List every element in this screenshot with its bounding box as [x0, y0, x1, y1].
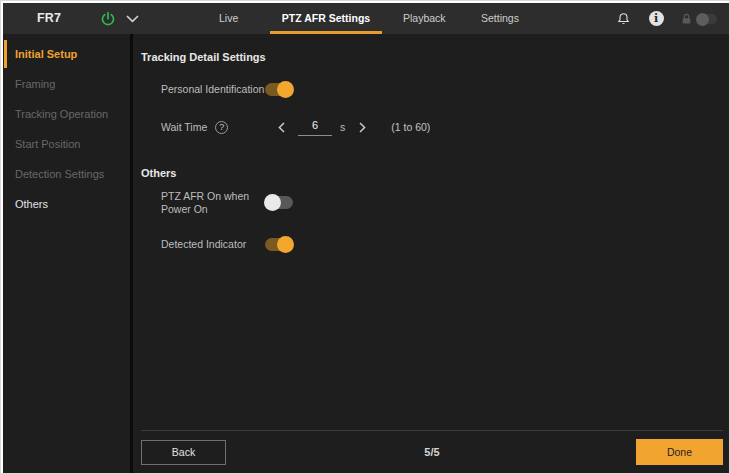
lock-icon — [680, 12, 693, 26]
control-lock-button[interactable] — [677, 3, 695, 34]
tab-playback[interactable]: Playback — [403, 3, 446, 34]
setting-row-personal-identification: Personal Identification — [161, 80, 729, 98]
tab-live[interactable]: Live — [219, 3, 238, 34]
ptz-afr-power-label: PTZ AFR On when Power On — [161, 190, 265, 216]
toggle-knob — [264, 194, 281, 211]
personal-identification-label: Personal Identification — [161, 83, 265, 96]
section-title-tracking-detail-settings: Tracking Detail Settings — [141, 50, 729, 65]
settings-sidebar: Initial Setup Framing Tracking Operation… — [3, 34, 133, 473]
chevron-down-icon — [126, 15, 139, 23]
wait-time-range-hint: (1 to 60) — [391, 121, 430, 133]
sidebar-item-detection-settings[interactable]: Detection Settings — [3, 159, 130, 189]
info-button[interactable]: i — [646, 3, 666, 34]
wait-time-label: Wait Time — [161, 121, 207, 134]
increment-button[interactable] — [355, 119, 369, 135]
fr7-web-app: FR7 Live PTZ AFR Settings Playba — [3, 3, 729, 473]
power-icon — [100, 11, 116, 27]
help-icon[interactable]: ? — [215, 121, 228, 134]
device-model-label: FR7 — [37, 3, 61, 34]
bell-icon — [616, 11, 631, 27]
section-title-others: Others — [141, 166, 729, 181]
done-button[interactable]: Done — [636, 439, 723, 465]
wait-time-value[interactable]: 6 — [298, 119, 332, 136]
back-button[interactable]: Back — [141, 440, 226, 465]
control-lock-toggle[interactable] — [697, 14, 717, 24]
browser-viewport: FR7 Live PTZ AFR Settings Playba — [0, 0, 730, 474]
setting-row-detected-indicator: Detected Indicator — [161, 235, 729, 253]
toggle-knob — [277, 81, 294, 98]
setting-row-wait-time: Wait Time ? 6 s (1 to 60) — [161, 116, 729, 138]
control-lock-toggle-knob — [696, 13, 709, 26]
personal-identification-toggle[interactable] — [265, 83, 293, 96]
page-body: Initial Setup Framing Tracking Operation… — [3, 34, 729, 473]
detected-indicator-label: Detected Indicator — [161, 238, 265, 251]
tab-ptz-afr-settings[interactable]: PTZ AFR Settings — [270, 3, 382, 34]
notifications-button[interactable] — [613, 3, 633, 34]
tab-settings[interactable]: Settings — [481, 3, 519, 34]
wizard-footer: Back 5/5 Done — [141, 430, 723, 473]
sidebar-item-start-position[interactable]: Start Position — [3, 129, 130, 159]
toggle-knob — [277, 236, 294, 253]
setting-row-ptz-afr-on-when-power-on: PTZ AFR On when Power On — [161, 189, 729, 216]
settings-panel: Tracking Detail Settings Personal Identi… — [133, 34, 729, 473]
info-icon: i — [649, 11, 664, 26]
ptz-afr-power-toggle[interactable] — [265, 196, 293, 209]
wait-time-unit: s — [340, 121, 345, 133]
top-bar: FR7 Live PTZ AFR Settings Playba — [3, 3, 729, 34]
detected-indicator-toggle[interactable] — [265, 238, 293, 251]
sidebar-item-initial-setup[interactable]: Initial Setup — [3, 39, 130, 69]
power-menu-expander[interactable] — [124, 12, 140, 26]
sidebar-item-tracking-operation[interactable]: Tracking Operation — [3, 99, 130, 129]
power-button[interactable] — [99, 10, 117, 28]
sidebar-item-framing[interactable]: Framing — [3, 69, 130, 99]
sidebar-item-others[interactable]: Others — [3, 189, 130, 219]
decrement-button[interactable] — [274, 119, 288, 135]
wait-time-stepper: 6 s (1 to 60) — [265, 119, 430, 136]
